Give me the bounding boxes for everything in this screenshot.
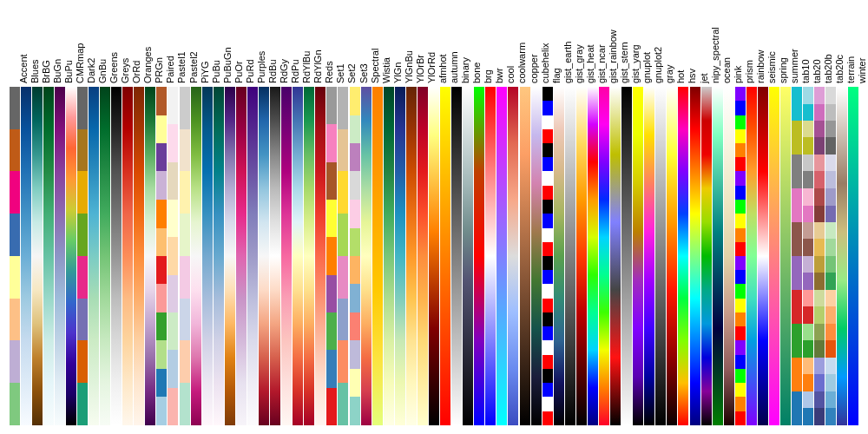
colormap-label: gist_ncar xyxy=(596,44,607,83)
colormap-label: Spectral xyxy=(370,49,380,83)
colormap-bar-coolwarm xyxy=(508,87,518,425)
colormap-label: YlGn xyxy=(392,62,403,83)
colormap-label: YlOrBr xyxy=(415,55,425,83)
colormap-bar-gray xyxy=(655,87,666,425)
colormap-label: PuRd xyxy=(245,59,255,83)
colormap-bar-cool xyxy=(496,87,507,425)
colormap-label: autumn xyxy=(449,51,459,83)
colormap-bar-ocean xyxy=(713,87,723,425)
colormap-bar-CMRmap xyxy=(66,87,76,425)
colormap-label: Greys xyxy=(120,58,130,83)
colormap-bar-PuBu xyxy=(202,87,213,425)
colormap-label: YlOrRd xyxy=(426,52,437,83)
colormap-bar-pink xyxy=(724,87,734,425)
colormap-bar-seismic xyxy=(758,87,768,425)
colormap-label: gnuplot xyxy=(641,52,652,83)
colormap-label: bone xyxy=(471,62,482,83)
colormap-bar-jet xyxy=(690,87,700,425)
colormap-label: Pastel2 xyxy=(188,51,199,83)
colormap-label: Set3 xyxy=(358,63,369,83)
colormap-bar-PuBuGn xyxy=(214,87,224,425)
colormap-bar-Set1 xyxy=(326,87,337,425)
colormap-label: CMRmap xyxy=(75,43,85,83)
colormap-label: PuOr xyxy=(233,61,244,83)
colormap-bar-Spectral xyxy=(361,87,372,425)
colormap-label: BuGn xyxy=(52,59,62,83)
colormap-label: gist_yarg xyxy=(630,44,641,83)
colormap-bar-PRGn xyxy=(145,87,155,425)
colormap-label: copper xyxy=(529,54,539,83)
colormap-bar-rainbow xyxy=(746,87,757,425)
colormap-bar-gnuplot xyxy=(633,87,643,425)
colormap-label: Paired xyxy=(165,56,175,83)
colormap-label: cubehelix xyxy=(540,43,550,83)
colormap-label: binary xyxy=(460,57,470,83)
colormap-label: Purples xyxy=(256,51,266,83)
colormap-bar-copper xyxy=(520,87,530,425)
colormap-label: hsv xyxy=(687,69,697,83)
colormap-label: gist_stern xyxy=(619,42,629,83)
colormap-label: nipy_spectral xyxy=(710,27,720,83)
colormap-label: Set2 xyxy=(346,63,357,83)
colormap-label: gist_heat xyxy=(585,44,595,83)
colormap-bar-gist_heat xyxy=(576,87,587,425)
colormap-label: tab20 xyxy=(812,59,822,83)
colormap-bar-bone xyxy=(463,87,473,425)
colormap-bar-afmhot xyxy=(429,87,439,425)
colormap-bar-cubehelix xyxy=(531,87,542,425)
colormap-bar-flag xyxy=(542,87,553,425)
colormap-bar-Dark2 xyxy=(77,87,88,425)
colormap-label: spring xyxy=(778,57,788,83)
colormap-bar-hsv xyxy=(678,87,688,425)
colormap-bar-Set2 xyxy=(338,87,348,425)
colormap-bar-YlOrBr xyxy=(406,87,417,425)
colormap-bar-hot xyxy=(667,87,677,425)
colormap-label: tab20c xyxy=(834,55,845,83)
colormap-bar-Pastel1 xyxy=(168,87,178,425)
colormap-bar-RdYlGn xyxy=(304,87,314,425)
colormap-label: bwr xyxy=(494,68,504,83)
colormap-label: OrRd xyxy=(131,61,141,83)
colormap-bar-tab10 xyxy=(792,87,802,425)
colormap-label: jet xyxy=(699,73,709,83)
colormap-bar-brg xyxy=(474,87,484,425)
colormap-bar-Greys xyxy=(111,87,122,425)
colormap-bar-Greens xyxy=(100,87,110,425)
colormap-bar-Paired xyxy=(156,87,167,425)
colormap-label: RdGy xyxy=(279,59,289,83)
colormap-label: PiYG xyxy=(200,61,210,83)
colormap-label: BrBG xyxy=(41,60,51,83)
colormap-label: afmhot xyxy=(437,54,448,83)
colormap-label: PuBuGn xyxy=(222,47,233,83)
colormap-label: PRGn xyxy=(154,57,164,83)
colormap-bar-nipy_spectral xyxy=(701,87,712,425)
colormap-label: Greens xyxy=(108,52,119,83)
colormap-label: brg xyxy=(483,69,493,83)
colormap-bar-BuPu xyxy=(55,87,65,425)
colormap-label: Pastel1 xyxy=(176,51,187,83)
colormap-label: coolwarm xyxy=(516,43,527,83)
colormap-label: hot xyxy=(675,70,686,83)
colormap-label: gist_rainbow xyxy=(608,30,618,83)
colormap-bar-RdYlBu xyxy=(293,87,303,425)
colormap-label: RdYlGn xyxy=(312,49,323,83)
colormap-bar-Reds xyxy=(315,87,326,425)
colormap-bar-YlGn xyxy=(384,87,394,425)
colormap-label: gray xyxy=(664,65,674,83)
colormap-label: Reds xyxy=(324,61,334,83)
colormap-bar-autumn xyxy=(440,87,450,425)
colormap-label: ocean xyxy=(721,57,732,83)
colormap-bar-Wistia xyxy=(372,87,383,425)
colormap-label: GnBu xyxy=(97,59,108,83)
colormap-label: RdBu xyxy=(267,59,278,83)
colormap-bar-tab20c xyxy=(825,87,836,425)
colormap-bar-binary xyxy=(451,87,462,425)
colormap-label: gist_gray xyxy=(574,44,584,83)
colormap-bar-RdBu xyxy=(259,87,269,425)
colormap-label: Dark2 xyxy=(86,58,96,83)
colormap-bar-gist_rainbow xyxy=(599,87,609,425)
colormap-label: prism xyxy=(744,60,754,83)
colormap-label: cool xyxy=(505,66,516,83)
colormap-label: PuBu xyxy=(211,60,221,83)
colormap-bar-GnBu xyxy=(89,87,99,425)
